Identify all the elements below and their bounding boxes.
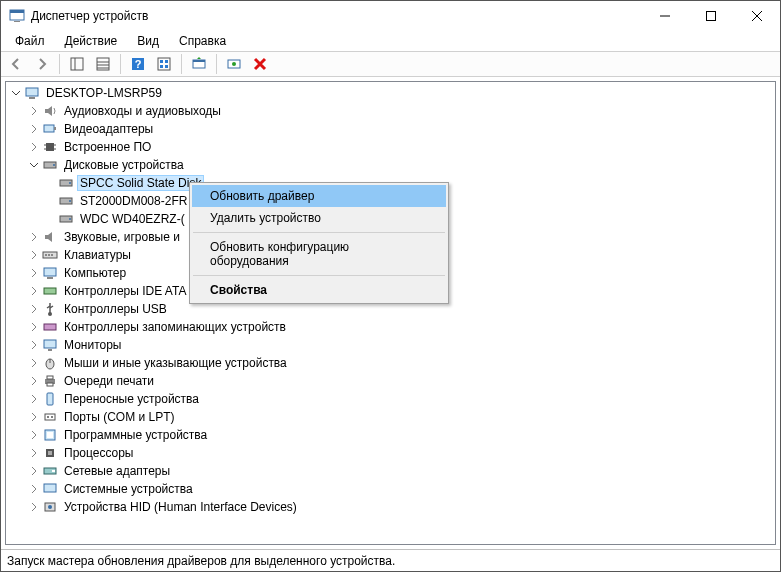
expander-open-icon[interactable] <box>28 159 40 171</box>
expander-closed-icon[interactable] <box>28 465 40 477</box>
tree-item-disks[interactable]: Дисковые устройства <box>6 156 775 174</box>
svg-text:?: ? <box>135 58 142 70</box>
expander-closed-icon[interactable] <box>28 267 40 279</box>
tree-item-ports[interactable]: Порты (COM и LPT) <box>6 408 775 426</box>
svg-point-23 <box>232 62 236 66</box>
expander-closed-icon[interactable] <box>28 339 40 351</box>
tree-item-label: Сетевые адаптеры <box>62 464 172 478</box>
menu-file[interactable]: Файл <box>7 33 53 49</box>
tree-item-label: Звуковые, игровые и <box>62 230 182 244</box>
expander-closed-icon[interactable] <box>28 249 40 261</box>
help-button[interactable]: ? <box>126 53 150 75</box>
audio-icon <box>42 103 58 119</box>
ctx-update-driver[interactable]: Обновить драйвер <box>192 185 446 207</box>
expander-closed-icon[interactable] <box>28 501 40 513</box>
tree-item-label: Мониторы <box>62 338 123 352</box>
expander-closed-icon[interactable] <box>28 231 40 243</box>
expander-closed-icon[interactable] <box>28 285 40 297</box>
tree-item-printq[interactable]: Очереди печати <box>6 372 775 390</box>
tree-item-monitors[interactable]: Мониторы <box>6 336 775 354</box>
tree-item-software[interactable]: Программные устройства <box>6 426 775 444</box>
ctx-item-label: Обновить драйвер <box>210 189 314 203</box>
maximize-button[interactable] <box>688 1 734 31</box>
tree-item-audio[interactable]: Аудиовходы и аудиовыходы <box>6 102 775 120</box>
toolbar-separator <box>59 54 60 74</box>
svg-rect-1 <box>10 10 24 13</box>
context-menu: Обновить драйвер Удалить устройство Обно… <box>189 182 449 304</box>
svg-rect-50 <box>44 324 56 330</box>
ctx-remove-device[interactable]: Удалить устройство <box>192 207 446 229</box>
close-button[interactable] <box>734 1 780 31</box>
uninstall-button[interactable] <box>248 53 272 75</box>
port-icon <box>42 409 58 425</box>
tree-item-label: Контроллеры USB <box>62 302 169 316</box>
menu-help[interactable]: Справка <box>171 33 234 49</box>
window-buttons <box>642 1 780 31</box>
scan-hardware-button[interactable] <box>222 53 246 75</box>
svg-rect-7 <box>71 58 83 70</box>
tree-item-label: Системные устройства <box>62 482 195 496</box>
tree-item-portable[interactable]: Переносные устройства <box>6 390 775 408</box>
tree-item-label: Мыши и иные указывающие устройства <box>62 356 289 370</box>
ctx-scan-hardware[interactable]: Обновить конфигурацию оборудования <box>192 236 446 272</box>
tree-item-firmware[interactable]: Встроенное ПО <box>6 138 775 156</box>
keyboard-icon <box>42 247 58 263</box>
expander-closed-icon[interactable] <box>28 105 40 117</box>
expander-closed-icon[interactable] <box>28 303 40 315</box>
svg-point-40 <box>69 218 71 220</box>
cpu-icon <box>42 445 58 461</box>
tree-item-mice[interactable]: Мыши и иные указывающие устройства <box>6 354 775 372</box>
titlebar: Диспетчер устройств <box>1 1 780 31</box>
tree-root-row[interactable]: DESKTOP-LMSRP59 <box>6 84 775 102</box>
mouse-icon <box>42 355 58 371</box>
expander-closed-icon[interactable] <box>28 393 40 405</box>
tree-item-label: Очереди печати <box>62 374 156 388</box>
chip-icon <box>42 139 58 155</box>
svg-rect-68 <box>44 484 56 492</box>
properties-button[interactable] <box>91 53 115 75</box>
show-hide-tree-button[interactable] <box>65 53 89 75</box>
expander-closed-icon[interactable] <box>28 483 40 495</box>
expander-closed-icon[interactable] <box>28 321 40 333</box>
menu-action[interactable]: Действие <box>57 33 126 49</box>
tree-item-cpu[interactable]: Процессоры <box>6 444 775 462</box>
svg-rect-17 <box>165 60 168 63</box>
tree-item-label: Переносные устройства <box>62 392 201 406</box>
svg-rect-18 <box>160 65 163 68</box>
network-adapter-icon <box>42 463 58 479</box>
expander-closed-icon[interactable] <box>28 141 40 153</box>
menu-view[interactable]: Вид <box>129 33 167 49</box>
svg-rect-4 <box>707 12 716 21</box>
status-text: Запуск мастера обновления драйверов для … <box>7 554 395 568</box>
expander-closed-icon[interactable] <box>28 429 40 441</box>
disk-drive-icon <box>58 211 74 227</box>
ctx-properties[interactable]: Свойства <box>192 279 446 301</box>
tree-item-system[interactable]: Системные устройства <box>6 480 775 498</box>
expander-closed-icon[interactable] <box>28 447 40 459</box>
tree-item-label: Клавиатуры <box>62 248 133 262</box>
svg-rect-65 <box>48 451 52 455</box>
ctx-separator <box>193 232 445 233</box>
tree-item-hid[interactable]: Устройства HID (Human Interface Devices) <box>6 498 775 516</box>
expander-closed-icon[interactable] <box>28 375 40 387</box>
expander-open-icon[interactable] <box>10 87 22 99</box>
svg-rect-67 <box>52 470 55 472</box>
tree-item-video[interactable]: Видеоадаптеры <box>6 120 775 138</box>
tree-item-net[interactable]: Сетевые адаптеры <box>6 462 775 480</box>
back-button[interactable] <box>4 53 28 75</box>
ctx-item-label: Удалить устройство <box>210 211 321 225</box>
device-tree-panel[interactable]: DESKTOP-LMSRP59 Аудиовходы и аудиовыходы… <box>5 81 776 545</box>
tree-item-label: WDC WD40EZRZ-( <box>78 212 187 226</box>
forward-button[interactable] <box>30 53 54 75</box>
expander-closed-icon[interactable] <box>28 411 40 423</box>
action-button[interactable] <box>152 53 176 75</box>
svg-rect-63 <box>47 432 53 438</box>
svg-rect-26 <box>44 125 54 132</box>
tree-item-storage[interactable]: Контроллеры запоминающих устройств <box>6 318 775 336</box>
tree-item-label: Контроллеры IDE ATA <box>62 284 188 298</box>
minimize-button[interactable] <box>642 1 688 31</box>
expander-closed-icon[interactable] <box>28 123 40 135</box>
update-driver-button[interactable] <box>187 53 211 75</box>
expander-closed-icon[interactable] <box>28 357 40 369</box>
svg-rect-19 <box>165 65 168 68</box>
